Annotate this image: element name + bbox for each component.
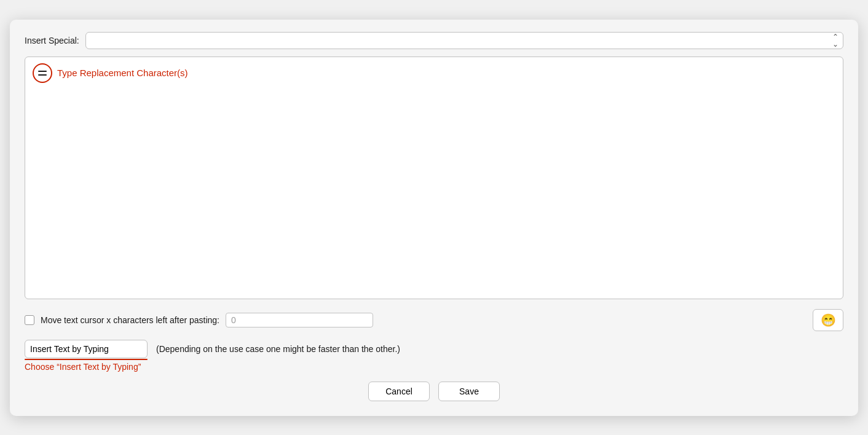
warning-text: Choose “Insert Text by Typing” [25, 362, 843, 372]
menu-line-1 [38, 71, 47, 72]
method-hint: (Depending on the use case one might be … [156, 344, 400, 354]
save-button[interactable]: Save [438, 382, 500, 401]
cursor-checkbox[interactable] [25, 315, 34, 325]
cursor-label: Move text cursor x characters left after… [41, 315, 219, 325]
cancel-button[interactable]: Cancel [368, 382, 430, 401]
menu-icon-circle [33, 63, 52, 83]
menu-line-2 [38, 74, 47, 76]
insert-special-row: Insert Special: ⌃⌄ [25, 32, 843, 49]
insert-special-select-wrapper: ⌃⌄ [85, 32, 843, 49]
textarea-header-text: Type Replacement Character(s) [57, 68, 188, 78]
insert-method-select[interactable]: Insert Text by Typing Insert Text by Pas… [25, 340, 148, 358]
textarea-section: Type Replacement Character(s) [25, 57, 843, 299]
insert-special-label: Insert Special: [25, 36, 79, 45]
insert-special-dialog: Insert Special: ⌃⌄ Type Replacement Char… [10, 20, 858, 416]
cursor-offset-input[interactable] [226, 313, 373, 327]
cursor-row: Move text cursor x characters left after… [25, 309, 843, 331]
textarea-header: Type Replacement Character(s) [25, 57, 843, 88]
method-select-underline [25, 359, 148, 360]
replacement-text-input[interactable] [25, 88, 843, 297]
insert-special-select[interactable] [85, 32, 843, 49]
method-select-wrapper: Insert Text by Typing Insert Text by Pas… [25, 340, 148, 358]
method-row: Insert Text by Typing Insert Text by Pas… [25, 340, 843, 358]
emoji-icon: 😁 [821, 313, 836, 327]
buttons-row: Cancel Save [25, 382, 843, 401]
emoji-button[interactable]: 😁 [813, 309, 843, 331]
hamburger-icon [38, 71, 47, 76]
